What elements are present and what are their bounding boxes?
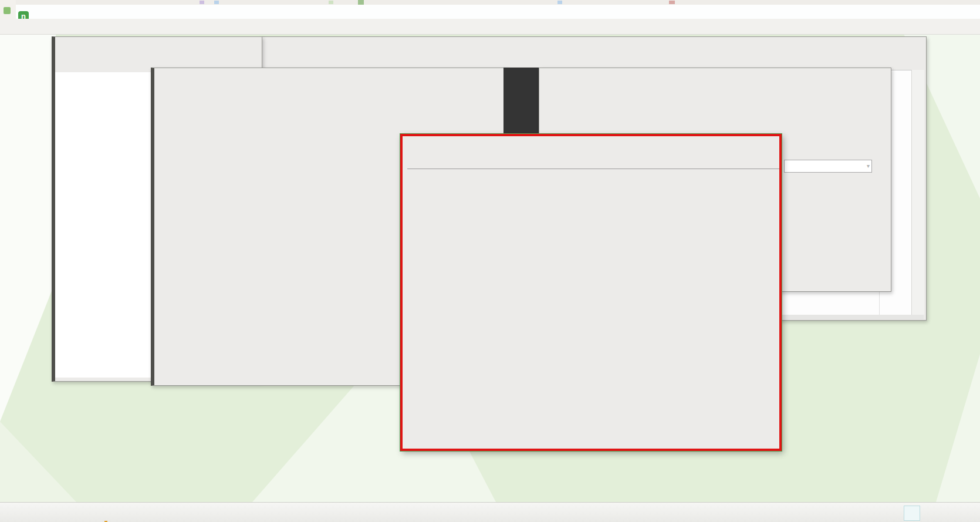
chevron-down-icon: ▾: [867, 161, 870, 171]
payment-conditions-modal: [400, 134, 782, 451]
modal-tabline: [407, 169, 779, 169]
screen: ▾ n: [0, 0, 980, 522]
warehouse-vscrollbar[interactable]: [911, 70, 924, 315]
refund-dropdown[interactable]: ▾: [784, 160, 872, 173]
doclist-icon[interactable]: [904, 506, 920, 521]
background-app-edge: [0, 0, 16, 19]
taskbar: [0, 502, 980, 522]
hamburger-icon[interactable]: [15, 506, 28, 519]
titlebar[interactable]: n: [0, 5, 980, 19]
shortcut-bar: [0, 19, 980, 35]
background-app-sliver: [0, 0, 980, 5]
